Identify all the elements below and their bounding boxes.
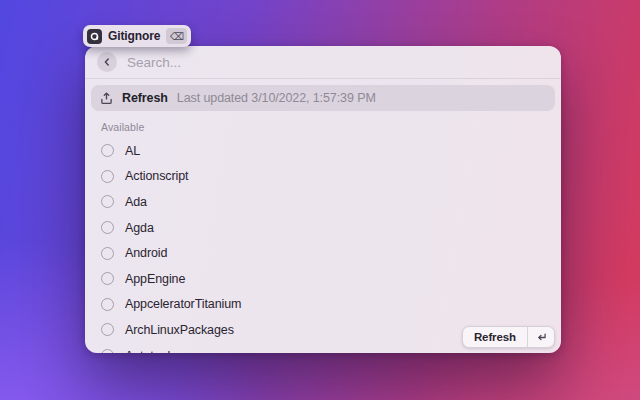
list-item-label: Actionscript	[125, 169, 188, 183]
list-item-label: Autotools	[125, 349, 176, 353]
refresh-button[interactable]: Refresh	[463, 327, 527, 347]
gitignore-app-icon	[87, 29, 102, 44]
list-item-label: AppEngine	[125, 272, 185, 286]
list-item[interactable]: AppEngine	[91, 266, 555, 292]
back-button[interactable]	[97, 52, 117, 72]
extension-chip-label: Gitignore	[108, 29, 160, 43]
unchecked-circle-icon	[101, 195, 114, 208]
search-bar	[85, 46, 561, 78]
footer-action-group: Refresh	[462, 326, 555, 348]
unchecked-circle-icon	[101, 323, 114, 336]
list-item[interactable]: Ada	[91, 189, 555, 215]
refresh-list-item-selected[interactable]: Refresh Last updated 3/10/2022, 1:57:39 …	[91, 85, 555, 111]
results-area: Refresh Last updated 3/10/2022, 1:57:39 …	[85, 79, 561, 353]
extension-chip[interactable]: Gitignore ⌫	[83, 25, 191, 47]
unchecked-circle-icon	[101, 144, 114, 157]
chevron-left-icon	[103, 58, 111, 66]
refresh-item-title: Refresh	[122, 91, 168, 105]
unchecked-circle-icon	[101, 221, 114, 234]
list-item[interactable]: Actionscript	[91, 164, 555, 190]
list-item-label: ArchLinuxPackages	[125, 323, 234, 337]
section-header-available: Available	[101, 121, 555, 133]
list-item[interactable]: AL	[91, 138, 555, 164]
unchecked-circle-icon	[101, 272, 114, 285]
backspace-key-icon: ⌫	[166, 28, 187, 44]
return-key-icon[interactable]	[528, 327, 554, 347]
unchecked-circle-icon	[101, 349, 114, 353]
list-item[interactable]: AppceleratorTitanium	[91, 292, 555, 318]
unchecked-circle-icon	[101, 298, 114, 311]
list-item-label: Agda	[125, 221, 154, 235]
list-item[interactable]: Android	[91, 240, 555, 266]
list-item-label: Android	[125, 246, 167, 260]
launcher-window: Refresh Last updated 3/10/2022, 1:57:39 …	[85, 46, 561, 353]
list-item[interactable]: Agda	[91, 215, 555, 241]
download-tray-icon	[100, 92, 113, 105]
list-item-label: AL	[125, 144, 140, 158]
list-item-label: Ada	[125, 195, 147, 209]
search-input[interactable]	[127, 55, 549, 70]
unchecked-circle-icon	[101, 170, 114, 183]
unchecked-circle-icon	[101, 247, 114, 260]
refresh-item-subtitle: Last updated 3/10/2022, 1:57:39 PM	[177, 91, 376, 105]
list-item-label: AppceleratorTitanium	[125, 297, 241, 311]
